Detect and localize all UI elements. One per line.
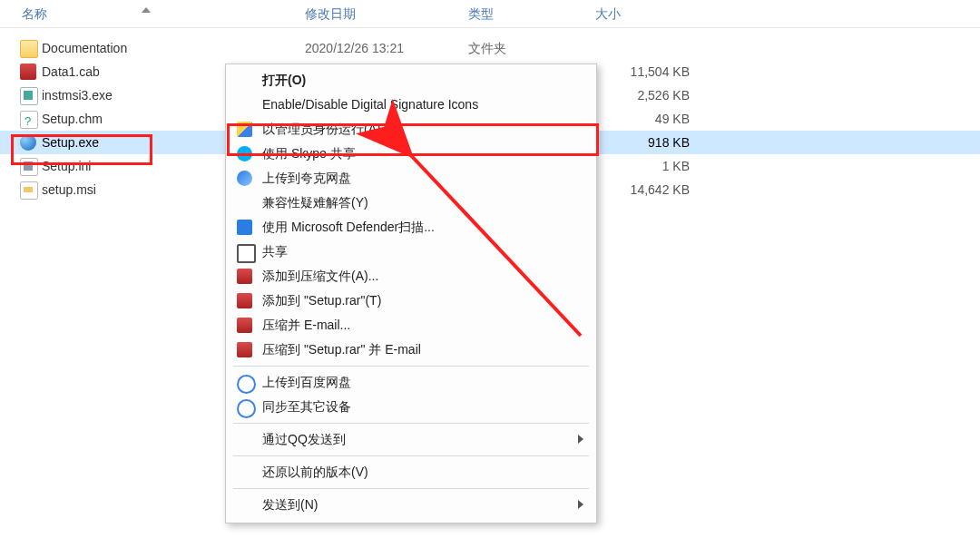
menu-item-label: 上传到百度网盘 — [262, 375, 351, 389]
submenu-arrow-icon — [578, 435, 583, 444]
file-name: Setup.exe — [42, 131, 99, 154]
file-name: instmsi3.exe — [42, 83, 113, 107]
menu-item-label: 压缩到 "Setup.rar" 并 E-mail — [262, 342, 421, 357]
menu-item[interactable]: 添加到 "Setup.rar"(T) — [226, 289, 596, 313]
file-size: 11,504 KB — [590, 60, 690, 83]
menu-separator — [233, 455, 589, 456]
menu-item[interactable]: 共享 — [226, 240, 596, 264]
file-name: Setup.ini — [42, 154, 91, 178]
menu-item[interactable]: 使用 Skype 共享 — [226, 142, 596, 166]
file-row[interactable]: Documentation2020/12/26 13:21文件夹 — [0, 36, 980, 60]
file-name: Setup.chm — [42, 107, 103, 131]
menu-item[interactable]: 使用 Microsoft Defender扫描... — [226, 215, 596, 240]
share-icon — [237, 244, 256, 263]
menu-separator — [233, 488, 589, 489]
context-menu: 打开(O)Enable/Disable Digital Signature Ic… — [225, 64, 597, 523]
rar-icon — [237, 342, 252, 357]
sort-ascending-icon — [142, 7, 151, 13]
menu-item[interactable]: Enable/Disable Digital Signature Icons — [226, 93, 596, 117]
file-icon — [20, 64, 36, 80]
menu-item-label: 压缩并 E-mail... — [262, 318, 350, 332]
column-header-type[interactable]: 类型 — [463, 0, 586, 27]
menu-item[interactable]: 压缩并 E-mail... — [226, 313, 596, 337]
menu-item[interactable]: 发送到(N) — [226, 493, 596, 517]
menu-item[interactable]: 上传到百度网盘 — [226, 370, 596, 395]
baidu-icon — [237, 399, 256, 418]
column-header-date[interactable]: 修改日期 — [299, 0, 459, 27]
menu-item[interactable]: 同步至其它设备 — [226, 395, 596, 419]
column-header-size[interactable]: 大小 — [590, 0, 704, 27]
menu-item-label: 发送到(N) — [262, 497, 318, 512]
menu-item-label: 同步至其它设备 — [262, 399, 351, 414]
def-icon — [237, 220, 252, 235]
menu-item[interactable]: 兼容性疑难解答(Y) — [226, 191, 596, 215]
baidu-icon — [237, 375, 256, 394]
file-size: 1 KB — [590, 154, 690, 178]
menu-item[interactable]: 打开(O) — [226, 68, 596, 93]
menu-item-label: 共享 — [262, 244, 288, 259]
file-type: 文件夹 — [468, 36, 506, 60]
menu-item-label: 使用 Skype 共享 — [262, 146, 356, 161]
file-icon — [20, 40, 38, 58]
menu-item[interactable]: 上传到夸克网盘 — [226, 166, 596, 191]
menu-item-label: 兼容性疑难解答(Y) — [262, 195, 368, 210]
rar-icon — [237, 318, 252, 333]
skype-icon — [237, 146, 252, 161]
menu-item[interactable]: 压缩到 "Setup.rar" 并 E-mail — [226, 337, 596, 362]
menu-separator — [233, 366, 589, 367]
menu-item-label: 还原以前的版本(V) — [262, 465, 368, 479]
file-name: setup.msi — [42, 178, 96, 201]
file-size: 2,526 KB — [590, 83, 690, 107]
menu-item-label: Enable/Disable Digital Signature Icons — [262, 97, 478, 112]
column-header-bar: 名称 修改日期 类型 大小 — [0, 0, 980, 28]
file-size: 49 KB — [590, 107, 690, 131]
menu-item-label: 上传到夸克网盘 — [262, 171, 351, 185]
file-icon — [20, 87, 38, 105]
menu-item-label: 以管理员身份运行(A) — [262, 122, 381, 136]
menu-item-label: 通过QQ发送到 — [262, 432, 346, 446]
file-icon — [20, 134, 36, 151]
file-icon — [20, 181, 38, 200]
shield-icon — [237, 122, 252, 137]
menu-item-label: 打开(O) — [262, 73, 306, 87]
file-name: Documentation — [42, 36, 127, 60]
column-header-name[interactable]: 名称 — [16, 0, 285, 27]
menu-item[interactable]: 通过QQ发送到 — [226, 427, 596, 452]
file-size: 14,642 KB — [590, 178, 690, 201]
menu-separator — [233, 423, 589, 424]
file-size: 918 KB — [590, 131, 690, 154]
rar-icon — [237, 293, 252, 308]
menu-item[interactable]: 添加到压缩文件(A)... — [226, 264, 596, 289]
menu-item-label: 添加到压缩文件(A)... — [262, 269, 378, 283]
file-icon — [20, 111, 38, 129]
menu-item[interactable]: 以管理员身份运行(A) — [226, 117, 596, 142]
menu-item-label: 使用 Microsoft Defender扫描... — [262, 220, 435, 234]
file-date: 2020/12/26 13:21 — [305, 36, 404, 60]
menu-item[interactable]: 还原以前的版本(V) — [226, 460, 596, 484]
rar-icon — [237, 269, 252, 284]
menu-item-label: 添加到 "Setup.rar"(T) — [262, 293, 381, 308]
file-icon — [20, 158, 38, 176]
cloud-icon — [237, 171, 252, 186]
submenu-arrow-icon — [578, 500, 583, 509]
file-name: Data1.cab — [42, 60, 100, 83]
